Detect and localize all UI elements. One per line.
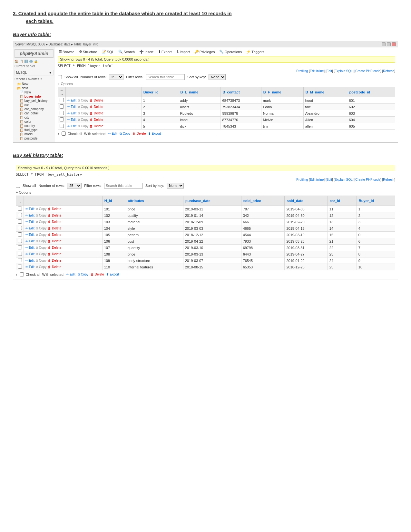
- panel2-nav-right[interactable]: →: [18, 201, 22, 205]
- edit-action[interactable]: ✏ Edit: [25, 214, 34, 217]
- delete-action[interactable]: 🗑 Delete: [48, 233, 61, 237]
- delete-action[interactable]: 🗑 Delete: [48, 207, 61, 211]
- row-checkbox[interactable]: [18, 245, 22, 249]
- row-checkbox[interactable]: [18, 239, 22, 243]
- close-btn[interactable]: [392, 42, 396, 46]
- panel2-edit-link[interactable]: Edit: [327, 178, 332, 181]
- delete-action[interactable]: 🗑 Delete: [90, 111, 103, 115]
- refresh-link[interactable]: Refresh: [383, 69, 394, 73]
- panel2-th-sold-price[interactable]: sold_price: [241, 196, 285, 206]
- panel1-check-all[interactable]: [62, 131, 66, 136]
- copy-action[interactable]: ⧉ Copy: [36, 220, 46, 224]
- edit-action[interactable]: ✏ Edit: [25, 227, 34, 230]
- delete-action[interactable]: 🗑 Delete: [48, 246, 61, 249]
- copy-action[interactable]: ⧉ Copy: [36, 246, 46, 249]
- structure-btn[interactable]: ⚙ Structure: [78, 49, 98, 54]
- sidebar-item-color[interactable]: 📋 color: [15, 120, 54, 124]
- sidebar-item-fuel-type[interactable]: 📋 fuel_type: [15, 128, 54, 132]
- row-checkbox[interactable]: [18, 265, 22, 269]
- panel1-search-input[interactable]: [146, 74, 185, 80]
- copy-action[interactable]: ⧉ Copy: [36, 233, 46, 237]
- delete-action[interactable]: 🗑 Delete: [90, 105, 103, 109]
- sidebar-item-postcode[interactable]: 📋 postcode: [15, 136, 54, 140]
- panel2-th-sold-date[interactable]: sold_date: [285, 196, 328, 206]
- panel2-sort-select[interactable]: None: [167, 183, 184, 189]
- explain-sql-link[interactable]: Explain SQL: [335, 69, 353, 73]
- copy-action[interactable]: ⧉ Copy: [36, 227, 46, 230]
- copy-action[interactable]: ⧉ Copy: [78, 105, 88, 109]
- sidebar-item-new-sub[interactable]: 📄 New: [15, 90, 54, 94]
- panel1-show-all-checkbox[interactable]: [58, 75, 62, 79]
- row-checkbox[interactable]: [60, 98, 64, 102]
- row-checkbox[interactable]: [60, 104, 64, 109]
- panel2-check-all[interactable]: [20, 272, 24, 276]
- create-php-code-link[interactable]: Create PHP code: [355, 69, 380, 73]
- operations-btn[interactable]: 🔧 Operations: [218, 49, 243, 54]
- panel1-th-b-contact[interactable]: B_contact: [220, 87, 261, 97]
- sidebar-item-model[interactable]: 📋 model: [15, 132, 54, 136]
- row-checkbox[interactable]: [60, 117, 64, 121]
- edit-inline-link[interactable]: Edit inline: [310, 69, 324, 73]
- sidebar-mysql[interactable]: MySQL ▼: [15, 70, 54, 75]
- panel2-th-h-id[interactable]: H_id: [102, 196, 126, 206]
- edit-action[interactable]: ✏ Edit: [25, 207, 34, 211]
- panel2-options[interactable]: + Options: [16, 190, 395, 194]
- copy-action[interactable]: ⧉ Copy: [36, 239, 46, 243]
- edit-link[interactable]: Edit: [327, 69, 332, 73]
- sidebar-item-buyer-info[interactable]: 📋 buyer_info: [15, 94, 54, 99]
- panel2-bottom-edit[interactable]: ✏ Edit: [66, 273, 75, 276]
- import-btn[interactable]: ⬇ Import: [175, 49, 191, 54]
- panel1-th-bl-name[interactable]: B_L_name: [178, 87, 220, 97]
- row-checkbox[interactable]: [60, 124, 64, 128]
- copy-action[interactable]: ⧉ Copy: [36, 265, 46, 269]
- panel2-bottom-copy[interactable]: ⧉ Copy: [78, 273, 88, 276]
- edit-action[interactable]: ✏ Edit: [25, 265, 34, 269]
- delete-action[interactable]: 🗑 Delete: [90, 118, 103, 121]
- panel1-nav-right[interactable]: →: [60, 92, 64, 96]
- panel2-create-php-code-link[interactable]: Create PHP code: [355, 178, 380, 181]
- delete-action[interactable]: 🗑 Delete: [48, 227, 61, 230]
- delete-action[interactable]: 🗑 Delete: [48, 239, 61, 243]
- delete-action[interactable]: 🗑 Delete: [48, 265, 61, 269]
- copy-action[interactable]: ⧉ Copy: [78, 111, 88, 115]
- row-checkbox[interactable]: [18, 226, 22, 230]
- panel2-bottom-delete[interactable]: 🗑 Delete: [91, 273, 104, 276]
- panel2-edit-inline-link[interactable]: Edit inline: [310, 178, 324, 181]
- panel1-up-arrow[interactable]: ↑: [58, 132, 60, 136]
- edit-action[interactable]: ✏ Edit: [67, 99, 76, 102]
- browse-btn[interactable]: ☰ Browse: [58, 49, 75, 54]
- copy-action[interactable]: ⧉ Copy: [36, 259, 46, 262]
- panel1-th-bm-name[interactable]: B_M_name: [303, 87, 347, 97]
- sidebar-item-country[interactable]: 📋 country: [15, 124, 54, 128]
- edit-action[interactable]: ✏ Edit: [25, 252, 34, 256]
- sidebar-item-data[interactable]: 📂 data: [15, 86, 54, 90]
- edit-action[interactable]: ✏ Edit: [25, 246, 34, 249]
- profiling-link[interactable]: Profiling: [296, 69, 308, 73]
- edit-action[interactable]: ✏ Edit: [67, 118, 76, 121]
- sidebar-item-city[interactable]: 📋 city: [15, 115, 54, 120]
- panel1-options[interactable]: + Options: [58, 82, 395, 86]
- delete-action[interactable]: 🗑 Delete: [90, 124, 103, 128]
- row-checkbox[interactable]: [18, 252, 22, 256]
- copy-action[interactable]: ⧉ Copy: [78, 118, 88, 121]
- row-checkbox[interactable]: [18, 207, 22, 211]
- delete-action[interactable]: 🗑 Delete: [48, 220, 61, 224]
- sidebar-item-car-detail[interactable]: 📋 car_detail: [15, 111, 54, 115]
- edit-action[interactable]: ✏ Edit: [25, 220, 34, 224]
- row-checkbox[interactable]: [18, 232, 22, 237]
- edit-action[interactable]: ✏ Edit: [67, 105, 76, 109]
- panel2-up-arrow[interactable]: ↑: [16, 273, 18, 276]
- triggers-btn[interactable]: ⚡ Triggers: [245, 49, 265, 54]
- delete-action[interactable]: 🗑 Delete: [48, 259, 61, 262]
- copy-action[interactable]: ⧉ Copy: [36, 214, 46, 217]
- row-checkbox[interactable]: [18, 258, 22, 262]
- panel2-refresh-link[interactable]: Refresh: [383, 178, 394, 181]
- delete-action[interactable]: 🗑 Delete: [48, 214, 61, 217]
- minimize-btn[interactable]: [382, 42, 386, 46]
- panel2-bottom-export[interactable]: ⬆ Export: [106, 273, 119, 276]
- panel2-explain-sql-link[interactable]: Explain SQL: [335, 178, 353, 181]
- export-btn[interactable]: ⬆ Export: [157, 49, 173, 54]
- panel1-th-bf-name[interactable]: B_F_name: [261, 87, 303, 97]
- delete-action[interactable]: 🗑 Delete: [90, 99, 103, 102]
- edit-action[interactable]: ✏ Edit: [67, 124, 76, 128]
